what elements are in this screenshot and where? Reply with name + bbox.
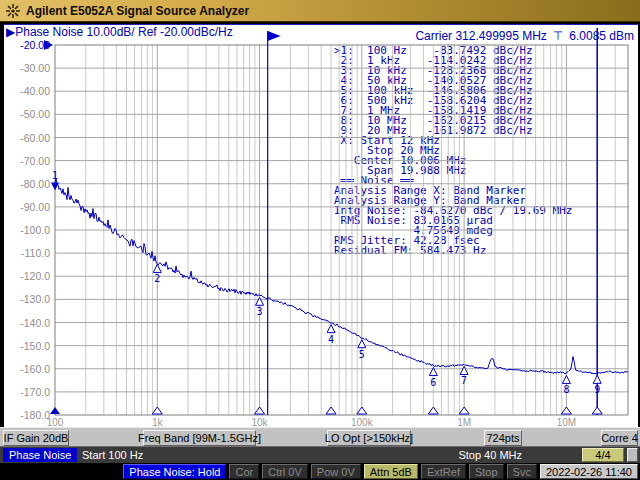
y-tick-label: -80.00 [6,178,50,190]
button-attn-5db[interactable]: Attn 5dB [364,464,418,479]
y-tick-label: -140.0 [6,317,50,329]
softkey-status-bar: Phase Noise: Hold Cor Ctrl 0V Pow 0V Att… [0,463,640,480]
y-tick-label: -60.00 [6,132,50,144]
trace-tab-phase-noise[interactable]: Phase Noise [3,448,77,462]
status-correlation: Corre 4 [601,430,638,446]
y-tick-label: -40.00 [6,85,50,97]
button-ctrl-0v[interactable]: Ctrl 0V [262,464,308,479]
carrier-power: 6.0085 dBm [569,29,634,43]
y-tick-label: -90.00 [6,201,50,213]
y-tick-label: -30.00 [6,62,50,74]
carrier-level-icon: ⊤ [553,29,563,43]
button-cor[interactable]: Cor [229,464,259,479]
status-freq-band: Freq Band [99M-1.5GHz] [143,430,256,446]
trace-scale-label: Phase Noise 10.00dB/ Ref -20.00dBc/Hz [15,25,232,39]
sweep-start-label: Start 100 Hz [82,449,143,461]
y-tick-label: -150.0 [6,340,50,352]
button-svc[interactable]: Svc [507,464,537,479]
page-indicator: 4/4 [582,448,624,462]
carrier-frequency: Carrier 312.499995 MHz [415,29,546,43]
instrument-screen: Agilent E5052A Signal Source Analyzer ▶P… [0,0,640,480]
channel-bar: Phase Noise Start 100 Hz Stop 40 MHz 4/4 [0,447,640,463]
clock: 2022-02-26 11:40 [540,464,638,479]
y-tick-label: -130.0 [6,293,50,305]
status-lo-opt: LO Opt [>150kHz] [327,430,411,446]
sweep-stop-label: Stop 40 MHz [458,449,522,461]
trace-arrow-icon: ▶ [6,25,15,39]
y-tick-label: -120.0 [6,270,50,282]
agilent-spark-icon [6,4,20,18]
y-tick-label: -50.00 [6,108,50,120]
status-if-gain: IF Gain 20dB [3,430,69,446]
button-pow-0v[interactable]: Pow 0V [311,464,361,479]
button-phase-noise-hold[interactable]: Phase Noise: Hold [123,464,226,479]
y-tick-label: -110.0 [6,247,50,259]
measurement-status-bar: IF Gain 20dB Freq Band [99M-1.5GHz] LO O… [0,427,640,447]
button-stop[interactable]: Stop [469,464,504,479]
window-title: Agilent E5052A Signal Source Analyzer [26,4,249,18]
button-extref[interactable]: ExtRef [421,464,466,479]
carrier-readout: Carrier 312.499995 MHz ⊤ 6.0085 dBm [415,29,634,43]
y-tick-label: -180.0 [6,409,50,421]
title-bar: Agilent E5052A Signal Source Analyzer [0,0,640,22]
status-points: 724pts [484,430,522,446]
trace-scale-header: ▶Phase Noise 10.00dB/ Ref -20.00dBc/Hz [6,25,233,39]
y-tick-label: -20.00 [6,39,50,51]
y-tick-label: -160.0 [6,363,50,375]
drag-handle[interactable] [627,448,638,462]
y-tick-label: -170.0 [6,386,50,398]
analysis-readout: >1: 100 Hz -83.7492 dBc/Hz 2: 1 kHz -114… [334,46,572,256]
y-tick-label: -100.0 [6,224,50,236]
y-tick-label: -70.00 [6,155,50,167]
